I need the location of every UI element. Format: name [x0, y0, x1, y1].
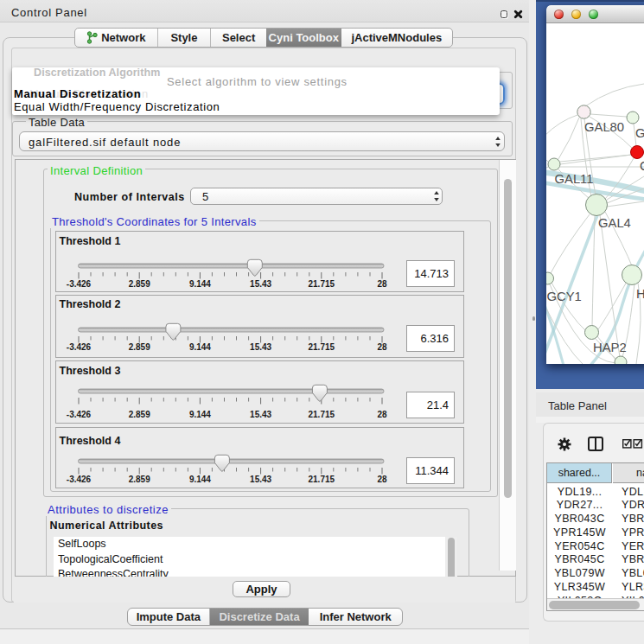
- svg-text:21.715: 21.715: [309, 475, 335, 484]
- svg-text:-3.426: -3.426: [67, 410, 92, 419]
- svg-text:2.859: 2.859: [129, 410, 150, 419]
- svg-text:2.859: 2.859: [129, 475, 150, 484]
- svg-text:21.715: 21.715: [309, 410, 335, 419]
- svg-text:GAL80: GAL80: [584, 120, 624, 134]
- svg-text:15.43: 15.43: [250, 278, 271, 288]
- svg-text:21.715: 21.715: [309, 342, 335, 352]
- svg-text:HAP1: HAP1: [636, 287, 644, 301]
- svg-text:-3.426: -3.426: [67, 278, 92, 288]
- svg-text:28: 28: [377, 410, 387, 419]
- svg-text:9.144: 9.144: [189, 475, 211, 484]
- svg-text:-3.426: -3.426: [67, 475, 92, 484]
- svg-text:GCY1: GCY1: [547, 290, 582, 303]
- svg-text:28: 28: [377, 342, 387, 352]
- svg-text:GAL4: GAL4: [598, 216, 631, 230]
- svg-text:HAP2: HAP2: [593, 341, 627, 354]
- svg-text:CYC1: CYC1: [640, 159, 644, 173]
- svg-text:15.43: 15.43: [250, 410, 271, 419]
- svg-text:9.144: 9.144: [189, 278, 211, 288]
- svg-text:GAL11: GAL11: [555, 172, 594, 186]
- svg-text:28: 28: [377, 475, 387, 484]
- svg-text:9.144: 9.144: [189, 410, 211, 419]
- svg-text:2.859: 2.859: [129, 342, 150, 352]
- svg-text:15.43: 15.43: [250, 342, 271, 352]
- svg-text:GAL2: GAL2: [635, 126, 644, 140]
- svg-text:15.43: 15.43: [250, 475, 271, 484]
- svg-text:9.144: 9.144: [189, 342, 211, 352]
- svg-text:2.859: 2.859: [129, 278, 150, 288]
- svg-text:28: 28: [377, 278, 387, 288]
- svg-text:-3.426: -3.426: [67, 342, 92, 352]
- svg-text:21.715: 21.715: [309, 278, 335, 288]
